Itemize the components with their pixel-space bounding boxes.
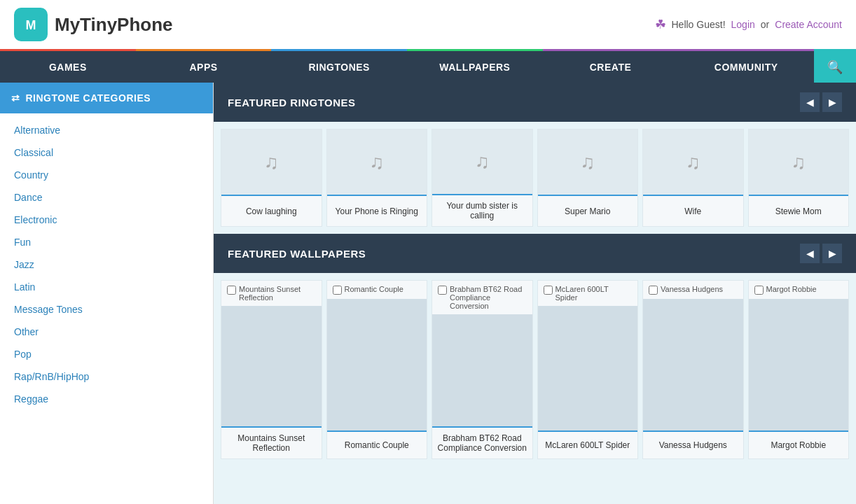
wallpaper-label-4: McLaren 600LT Spider xyxy=(538,430,638,458)
site-title: MyTinyPhone xyxy=(55,14,173,36)
logo-area: M MyTinyPhone xyxy=(14,8,173,41)
wallpaper-top-label-4: McLaren 600LT Spider xyxy=(555,285,633,302)
search-button[interactable]: 🔍 xyxy=(814,49,856,83)
music-note-icon: ♫ xyxy=(264,151,279,174)
sidebar-item-country[interactable]: Country xyxy=(0,164,213,186)
ringtone-card-5[interactable]: ♫ Wife xyxy=(642,129,744,227)
sidebar-item-alternative[interactable]: Alternative xyxy=(0,119,213,141)
ringtone-image-3: ♫ xyxy=(432,130,532,194)
wallpapers-nav: ◀ ▶ xyxy=(800,244,842,263)
featured-ringtones-title: FEATURED RINGTONES xyxy=(228,97,356,108)
music-note-icon: ♫ xyxy=(580,151,595,174)
ringtone-card-2[interactable]: ♫ Your Phone is Ringing xyxy=(326,129,428,227)
sidebar-item-electronic[interactable]: Electronic xyxy=(0,209,213,231)
wallpaper-checkbox-2[interactable] xyxy=(333,286,342,295)
sidebar-item-latin[interactable]: Latin xyxy=(0,276,213,298)
sidebar-title: RINGTONE CATEGORIES xyxy=(26,92,151,104)
wallpapers-grid: Mountains Sunset Reflection Mountains Su… xyxy=(214,273,856,466)
wallpapers-next-button[interactable]: ▶ xyxy=(822,244,842,263)
ringtone-label-6: Stewie Mom xyxy=(749,195,849,226)
search-icon: 🔍 xyxy=(827,59,843,75)
wallpaper-card-4[interactable]: McLaren 600LT Spider McLaren 600LT Spide… xyxy=(537,280,639,459)
nav-apps[interactable]: APPS xyxy=(136,49,272,83)
wallpaper-top-5: Vanessa Hudgens xyxy=(643,281,743,299)
wallpaper-top-2: Romantic Couple xyxy=(327,281,427,299)
sidebar-item-pop[interactable]: Pop xyxy=(0,343,213,365)
featured-wallpapers-title: FEATURED WALLPAPERS xyxy=(228,248,366,260)
or-text: or xyxy=(761,19,769,30)
main-content: ⇄ RINGTONE CATEGORIES Alternative Classi… xyxy=(0,83,856,504)
sidebar-item-jazz[interactable]: Jazz xyxy=(0,253,213,276)
wallpaper-image-5 xyxy=(643,299,743,430)
main-nav: GAMES APPS RINGTONES WALLPAPERS CREATE C… xyxy=(0,49,856,83)
wallpaper-checkbox-4[interactable] xyxy=(544,286,553,295)
sidebar-item-reggae[interactable]: Reggae xyxy=(0,388,213,410)
music-note-icon: ♫ xyxy=(686,151,700,174)
ringtone-label-5: Wife xyxy=(643,195,743,226)
wallpaper-card-1[interactable]: Mountains Sunset Reflection Mountains Su… xyxy=(221,280,322,459)
wallpaper-label-5: Vanessa Hudgens xyxy=(643,430,743,458)
ringtone-label-2: Your Phone is Ringing xyxy=(327,195,427,226)
wallpaper-image-1 xyxy=(221,306,322,426)
ringtones-prev-button[interactable]: ◀ xyxy=(800,92,820,112)
wallpaper-top-6: Margot Robbie xyxy=(749,281,849,299)
sidebar-item-fun[interactable]: Fun xyxy=(0,231,213,253)
ringtones-next-button[interactable]: ▶ xyxy=(822,92,842,112)
sidebar-item-message-tones[interactable]: Message Tones xyxy=(0,298,213,321)
wallpaper-label-1: Mountains Sunset Reflection xyxy=(221,426,322,458)
wallpaper-image-6 xyxy=(749,299,849,430)
sidebar-item-dance[interactable]: Dance xyxy=(0,186,213,209)
wallpaper-image-2 xyxy=(327,299,427,430)
wallpaper-top-4: McLaren 600LT Spider xyxy=(538,281,638,306)
ringtone-card-1[interactable]: ♫ Cow laughing xyxy=(221,129,322,227)
login-link[interactable]: Login xyxy=(731,19,755,30)
wallpaper-checkbox-3[interactable] xyxy=(438,286,447,295)
content-area: FEATURED RINGTONES ◀ ▶ ♫ Cow laughing ♫ … xyxy=(214,83,856,504)
wallpaper-card-5[interactable]: Vanessa Hudgens Vanessa Hudgens xyxy=(642,280,744,459)
wallpaper-card-3[interactable]: Brabham BT62 Road Compliance Conversion … xyxy=(432,280,533,459)
nav-games[interactable]: GAMES xyxy=(0,49,136,83)
nav-ringtones[interactable]: RINGTONES xyxy=(271,49,407,83)
ringtones-grid: ♫ Cow laughing ♫ Your Phone is Ringing ♫… xyxy=(214,122,856,234)
wallpaper-top-label-6: Margot Robbie xyxy=(766,285,817,293)
nav-community[interactable]: COMMUNITY xyxy=(678,49,814,83)
ringtone-label-3: Your dumb sister is calling xyxy=(432,194,532,226)
wallpaper-image-4 xyxy=(538,306,638,430)
wallpaper-card-6[interactable]: Margot Robbie Margot Robbie xyxy=(748,280,850,459)
logo-icon: M xyxy=(14,8,48,41)
sidebar-nav: Alternative Classical Country Dance Elec… xyxy=(0,113,213,416)
music-note-icon: ♫ xyxy=(475,150,490,173)
wallpaper-top-label-5: Vanessa Hudgens xyxy=(661,285,723,293)
ringtone-card-6[interactable]: ♫ Stewie Mom xyxy=(748,129,850,227)
sidebar-item-rap[interactable]: Rap/RnB/HipHop xyxy=(0,365,213,388)
ringtone-card-4[interactable]: ♫ Super Mario xyxy=(537,129,639,227)
wallpaper-checkbox-6[interactable] xyxy=(754,286,764,295)
ringtone-image-2: ♫ xyxy=(327,130,427,195)
header: M MyTinyPhone ☘ Hello Guest! Login or Cr… xyxy=(0,0,856,49)
wallpaper-image-3 xyxy=(432,314,532,426)
featured-wallpapers-header: FEATURED WALLPAPERS ◀ ▶ xyxy=(214,234,856,273)
user-icon: ☘ xyxy=(655,17,666,32)
nav-wallpapers[interactable]: WALLPAPERS xyxy=(407,49,543,83)
ringtone-card-3[interactable]: ♫ Your dumb sister is calling xyxy=(432,129,533,227)
wallpaper-label-2: Romantic Couple xyxy=(327,430,427,458)
wallpaper-card-2[interactable]: Romantic Couple Romantic Couple xyxy=(326,280,428,459)
sidebar-item-classical[interactable]: Classical xyxy=(0,141,213,164)
sidebar: ⇄ RINGTONE CATEGORIES Alternative Classi… xyxy=(0,83,214,504)
sidebar-category-icon: ⇄ xyxy=(11,92,20,104)
ringtone-image-1: ♫ xyxy=(221,130,322,195)
wallpaper-label-3: Brabham BT62 Road Compliance Conversion xyxy=(432,426,532,458)
music-note-icon: ♫ xyxy=(369,151,384,174)
sidebar-item-other[interactable]: Other xyxy=(0,321,213,343)
ringtone-image-6: ♫ xyxy=(749,130,849,195)
sidebar-header: ⇄ RINGTONE CATEGORIES xyxy=(0,83,213,113)
wallpaper-checkbox-1[interactable] xyxy=(227,286,236,295)
nav-create[interactable]: CREATE xyxy=(543,49,679,83)
ringtones-nav: ◀ ▶ xyxy=(800,92,842,112)
wallpaper-top-3: Brabham BT62 Road Compliance Conversion xyxy=(432,281,532,314)
header-right: ☘ Hello Guest! Login or Create Account xyxy=(655,17,843,32)
wallpapers-prev-button[interactable]: ◀ xyxy=(800,244,820,263)
wallpaper-checkbox-5[interactable] xyxy=(649,286,658,295)
ringtone-image-5: ♫ xyxy=(643,130,743,195)
create-account-link[interactable]: Create Account xyxy=(775,19,842,30)
